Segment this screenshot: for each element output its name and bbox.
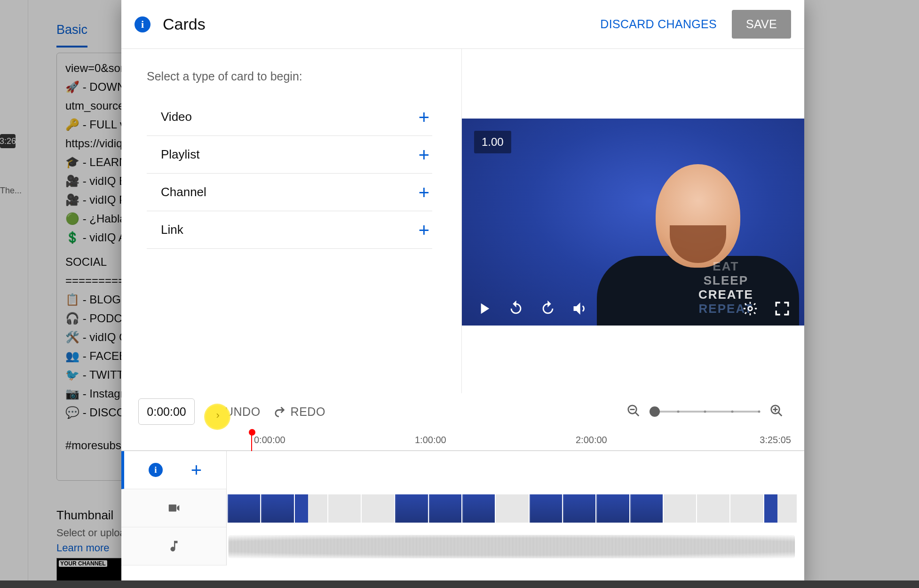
zoom-in-icon[interactable] (769, 404, 784, 420)
video-lane[interactable] (227, 489, 797, 527)
card-type-label: Channel (161, 185, 206, 199)
ruler-tick: 2:00:00 (576, 435, 607, 445)
audio-lane[interactable] (227, 527, 797, 565)
svg-line-5 (778, 413, 782, 416)
zoom-out-icon[interactable] (626, 404, 641, 420)
redo-icon (273, 405, 286, 418)
modal-title: Cards (163, 15, 206, 33)
plus-icon: + (419, 221, 429, 239)
save-button[interactable]: SAVE (732, 10, 791, 39)
discard-changes-button[interactable]: DISCARD CHANGES (591, 11, 726, 38)
svg-point-0 (748, 307, 753, 311)
card-type-panel: Select a type of card to begin: Video + … (121, 49, 462, 393)
card-type-video[interactable]: Video + (147, 98, 432, 136)
plus-icon[interactable]: + (191, 460, 202, 481)
ruler-tick: 0:00:00 (254, 435, 285, 445)
card-type-channel[interactable]: Channel + (147, 174, 432, 211)
redo-label: REDO (291, 405, 325, 419)
ruler-tick: 1:00:00 (415, 435, 446, 445)
zoom-control (626, 404, 784, 420)
info-icon: i (149, 463, 163, 477)
preview-time-badge: 1.00 (474, 131, 511, 153)
timeline-ruler[interactable]: 0:00:00 1:00:00 2:00:00 3:25:05 (121, 430, 804, 451)
redo-button[interactable]: REDO (273, 405, 325, 419)
cursor-highlight (204, 404, 230, 430)
settings-gear-icon[interactable] (742, 301, 758, 317)
plus-icon: + (419, 108, 429, 127)
modal-header: i Cards DISCARD CHANGES SAVE (121, 0, 804, 49)
cards-lane[interactable] (227, 451, 797, 489)
info-icon: i (135, 16, 151, 32)
volume-icon[interactable] (572, 301, 588, 317)
ruler-tick: 3:25:05 (760, 435, 791, 445)
screen-bottom-bar (0, 580, 919, 588)
card-type-playlist[interactable]: Playlist + (147, 136, 432, 174)
card-type-link[interactable]: Link + (147, 211, 432, 249)
timeline-toolbar: 0:00:00 UNDO REDO (121, 393, 804, 430)
card-type-label: Playlist (161, 147, 199, 162)
video-track-tab[interactable] (121, 489, 226, 527)
video-controls (462, 292, 804, 326)
play-icon[interactable] (476, 301, 492, 317)
card-prompt: Select a type of card to begin: (147, 70, 432, 83)
video-camera-icon (167, 501, 181, 515)
zoom-slider[interactable] (651, 411, 759, 413)
svg-line-2 (635, 413, 639, 416)
forward-10-icon[interactable] (540, 301, 556, 317)
music-note-icon (167, 539, 181, 553)
audio-waveform (229, 535, 795, 558)
rewind-10-icon[interactable] (508, 301, 524, 317)
card-type-label: Video (161, 110, 192, 124)
audio-track-tab[interactable] (121, 527, 226, 565)
timeline-tracks: i + (121, 451, 804, 565)
fullscreen-icon[interactable] (774, 301, 790, 317)
cards-modal: i Cards DISCARD CHANGES SAVE Select a ty… (121, 0, 804, 588)
video-preview: 1.00 EAT SLEEP CREATE REPEAT (462, 119, 804, 326)
cards-track-tab[interactable]: i + (121, 451, 226, 489)
card-type-label: Link (161, 222, 183, 237)
video-filmstrip (228, 494, 797, 523)
plus-icon: + (419, 183, 429, 202)
current-time-input[interactable]: 0:00:00 (138, 398, 195, 425)
zoom-slider-knob[interactable] (650, 406, 660, 417)
plus-icon: + (419, 145, 429, 164)
preview-panel: 1.00 EAT SLEEP CREATE REPEAT (462, 49, 804, 393)
